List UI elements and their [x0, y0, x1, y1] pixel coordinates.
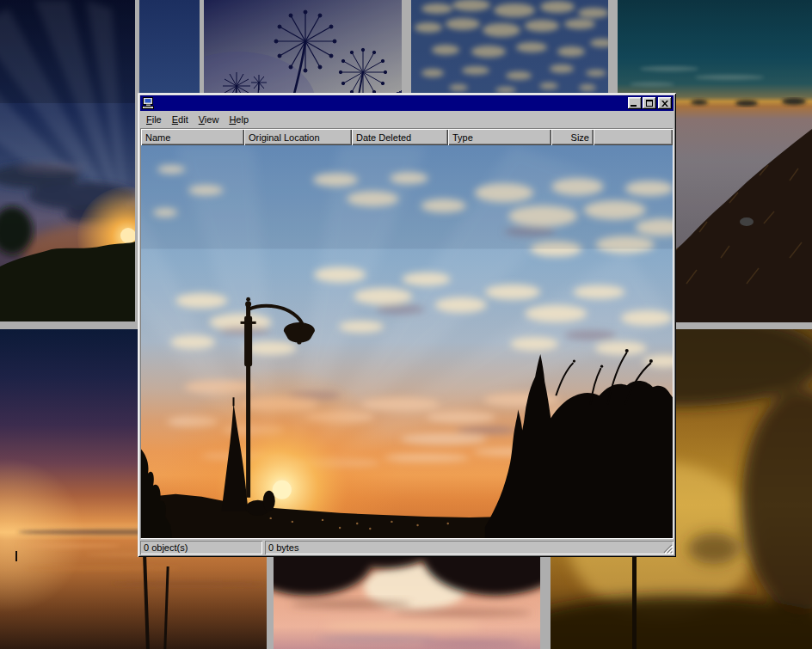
- recycle-bin-window: File Edit View Help Name Original Locati…: [138, 93, 676, 557]
- status-bar: 0 object(s) 0 bytes: [140, 541, 674, 554]
- column-header-date-deleted[interactable]: Date Deleted: [352, 129, 448, 145]
- menu-help[interactable]: Help: [224, 113, 254, 126]
- column-header-type[interactable]: Type: [448, 129, 551, 145]
- close-button[interactable]: [658, 97, 672, 109]
- status-object-count: 0 object(s): [140, 541, 262, 554]
- close-icon: [661, 101, 668, 107]
- resize-grip[interactable]: [661, 542, 673, 554]
- menu-edit[interactable]: Edit: [167, 113, 194, 126]
- menu-view[interactable]: View: [194, 113, 225, 126]
- computer-icon: [142, 97, 155, 109]
- titlebar[interactable]: [140, 95, 674, 111]
- menu-file[interactable]: File: [141, 113, 167, 126]
- minimize-button[interactable]: [628, 97, 642, 109]
- column-header-empty[interactable]: [594, 129, 673, 145]
- menu-bar: File Edit View Help: [140, 111, 674, 128]
- wallpaper-tile-sunset-rays: [0, 0, 135, 321]
- maximize-icon: [646, 100, 653, 107]
- minimize-icon: [631, 105, 637, 107]
- column-header-size[interactable]: Size: [551, 129, 594, 145]
- column-header-name[interactable]: Name: [141, 129, 244, 145]
- list-client-area-sunset-photo[interactable]: [141, 145, 673, 538]
- status-size: 0 bytes: [265, 541, 674, 554]
- column-header-original-location[interactable]: Original Location: [244, 129, 352, 145]
- column-header-row: Name Original Location Date Deleted Type…: [141, 129, 673, 145]
- file-list-view: Name Original Location Date Deleted Type…: [140, 128, 674, 539]
- maximize-button[interactable]: [643, 97, 656, 109]
